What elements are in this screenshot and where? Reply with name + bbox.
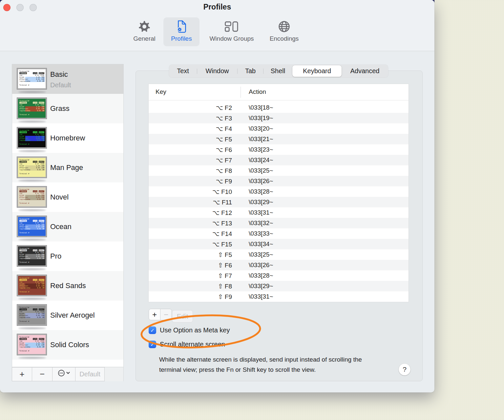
key-mapping-row[interactable]: ⌥ F9\033[26~ [149,176,409,186]
toolbar-item-label: Encodings [270,35,299,42]
tab-tab[interactable]: Tab [238,65,263,77]
profile-thumbnail: Terminal1#COMMAND%CPURPRVTtop4.1%231KXco… [17,245,47,266]
key-cell: ⌥ F5 [149,136,232,143]
globe-icon [278,19,291,34]
key-cell: ⌥ F11 [149,199,232,206]
key-mapping-row[interactable]: ⌥ F5\033[21~ [149,134,409,144]
key-mapping-row[interactable]: ⇧ F7\033[28~ [149,270,409,281]
toolbar-item-general[interactable]: General [130,17,159,46]
key-cell: ⌥ F15 [149,241,232,248]
profile-name: Solid Colors [50,341,89,349]
checkbox-checked-icon[interactable]: ✓ [149,326,156,334]
key-mapping-row[interactable]: ⌥ F11\033[29~ [149,197,409,207]
action-cell: \033[33~ [249,230,273,237]
profile-thumbnail: Terminal1#COMMAND%CPURPRVTtop4.1%231KXco… [17,334,47,355]
profile-name: Novel [50,193,69,201]
key-mapping-row[interactable]: ⌥ F10\033[28~ [149,186,409,197]
key-cell: ⌥ F14 [149,230,232,238]
key-mapping-table: Key Action ⌥ F2\033[18~⌥ F3\033[19~⌥ F4\… [149,84,409,302]
toolbar-item-label: Profiles [171,35,192,42]
profile-thumbnail: Terminal1#COMMAND%CPURPRVTtop4.1%231KXco… [17,304,47,326]
profile-row-basic[interactable]: Terminal1#COMMAND%CPURPRVTtop4.1%231KXco… [12,64,123,94]
action-cell: \033[26~ [249,262,273,269]
tab-shell[interactable]: Shell [263,65,292,77]
action-cell: \033[18~ [249,104,273,111]
action-cell: \033[31~ [249,293,273,300]
key-mapping-row[interactable]: ⌥ F6\033[23~ [149,144,409,155]
key-cell: ⌥ F13 [149,220,232,227]
tab-keyboard[interactable]: Keyboard [292,65,342,77]
thumbnail-shadow [18,298,46,300]
profile-thumbnail: Terminal1#COMMAND%CPURPRVTtop4.1%231KXco… [17,68,47,89]
key-mapping-row[interactable]: ⌥ F15\033[34~ [149,239,409,249]
add-key-mapping-button[interactable]: + [149,309,160,320]
action-cell: \033[19~ [249,115,273,122]
toolbar-item-profiles[interactable]: Profiles [163,17,200,46]
checkbox-checked-icon[interactable]: ✓ [149,341,156,348]
profile-row-ocean[interactable]: Terminal1#COMMAND%CPURPRVTtop4.1%231KXco… [12,212,123,242]
profile-row-solid-colors[interactable]: Terminal1#COMMAND%CPURPRVTtop4.1%231KXco… [12,330,123,360]
thumbnail-shadow [18,239,46,241]
profile-row-grass[interactable]: Terminal1#COMMAND%CPURPRVTtop4.1%231KXco… [12,94,123,123]
key-mapping-row[interactable]: ⇧ F8\033[29~ [149,281,409,291]
more-actions-button[interactable] [52,367,75,381]
key-mapping-row[interactable]: ⇧ F9\033[31~ [149,291,409,302]
column-header-action: Action [249,88,266,95]
key-mapping-row[interactable]: ⌥ F7\033[24~ [149,155,409,165]
action-cell: \033[31~ [249,209,273,216]
toolbar-item-window-groups[interactable]: Window Groups [203,17,260,46]
key-mapping-row[interactable]: ⌥ F2\033[18~ [149,102,409,113]
column-header-key: Key [156,88,166,95]
key-mapping-row[interactable]: ⌥ F4\033[20~ [149,123,409,134]
checkbox-label: Scroll alternate screen [160,341,225,348]
profile-list-footer: + − Default [12,367,123,381]
thumbnail-shadow [18,327,46,329]
tab-text[interactable]: Text [169,65,197,77]
key-mapping-row[interactable]: ⌥ F14\033[33~ [149,228,409,239]
key-mapping-row[interactable]: ⌥ F13\033[32~ [149,218,409,228]
thumbnail-shadow [18,150,46,152]
key-cell: ⌥ F7 [149,157,232,164]
use-option-as-meta-checkbox[interactable]: ✓ Use Option as Meta key [149,326,230,334]
key-cell: ⌥ F10 [149,188,232,196]
profile-row-novel[interactable]: Terminal1#COMMAND%CPURPRVTtop4.1%231KXco… [12,182,123,212]
profile-row-red-sands[interactable]: Terminal1#COMMAND%CPURPRVTtop4.1%231KXco… [12,271,123,301]
key-cell: ⇧ F9 [149,293,232,301]
add-profile-button[interactable]: + [12,367,32,381]
key-mapping-row[interactable]: ⇧ F6\033[26~ [149,260,409,270]
tab-advanced[interactable]: Advanced [342,65,388,77]
ellipsis-circle-chevron-icon [57,369,71,380]
profile-thumbnail: Terminal1#COMMAND%CPURPRVTtop4.1%231KXco… [17,186,47,207]
key-mapping-row[interactable]: ⌥ F8\033[25~ [149,165,409,176]
checkbox-label: Use Option as Meta key [160,326,230,334]
action-cell: \033[25~ [249,251,273,258]
key-cell: ⌥ F3 [149,115,232,122]
key-cell: ⌥ F6 [149,146,232,154]
scroll-alternate-screen-checkbox[interactable]: ✓ Scroll alternate screen [149,341,225,348]
action-cell: \033[25~ [249,167,273,174]
remove-key-mapping-button: − [160,309,172,320]
toolbar-item-encodings[interactable]: Encodings [264,17,304,46]
profile-name: Grass [50,104,70,113]
action-cell: \033[26~ [249,178,273,185]
key-cell: ⌥ F12 [149,209,232,217]
action-cell: \033[29~ [249,199,273,206]
profile-row-homebrew[interactable]: Terminal1#COMMAND%CPURPRVTtop4.1%231KXco… [12,123,123,153]
toolbar-item-label: General [133,35,156,42]
key-mapping-row[interactable]: ⌥ F12\033[31~ [149,207,409,218]
key-cell: ⇧ F8 [149,283,232,290]
profile-thumbnail: Terminal1#COMMAND%CPURPRVTtop4.1%231KXco… [17,157,47,178]
profile-row-silver-aerogel[interactable]: Terminal1#COMMAND%CPURPRVTtop4.1%231KXco… [12,301,123,330]
key-cell: ⌥ F4 [149,125,232,133]
toolbar-item-label: Window Groups [209,35,254,42]
thumbnail-shadow [18,357,46,359]
remove-profile-button[interactable]: − [32,367,52,381]
profile-thumbnail: Terminal1#COMMAND%CPURPRVTtop4.1%231KXco… [17,216,47,237]
help-button[interactable]: ? [399,364,410,375]
tab-window[interactable]: Window [197,65,237,77]
key-mapping-row[interactable]: ⇧ F5\033[25~ [149,249,409,260]
profile-row-man-page[interactable]: Terminal1#COMMAND%CPURPRVTtop4.1%231KXco… [12,153,123,182]
profile-row-pro[interactable]: Terminal1#COMMAND%CPURPRVTtop4.1%231KXco… [12,242,123,271]
edit-key-mapping-button: Edit [172,310,193,323]
key-mapping-row[interactable]: ⌥ F3\033[19~ [149,113,409,123]
